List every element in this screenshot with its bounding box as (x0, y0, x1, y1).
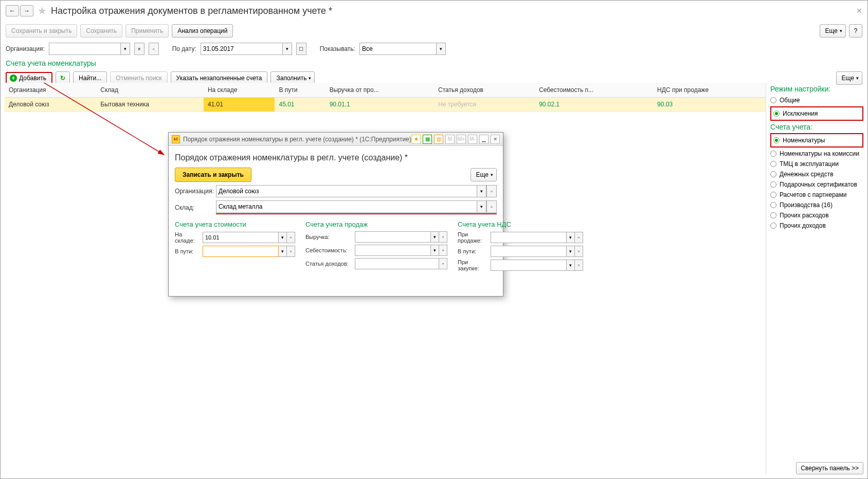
statya-label: Статья доходов: (305, 261, 353, 267)
dialog-close-icon[interactable]: ✕ (491, 135, 500, 144)
open-ref-icon[interactable]: ▫ (575, 232, 583, 243)
open-ref-icon[interactable]: ▫ (287, 246, 295, 257)
open-ref-icon[interactable]: ▫ (439, 231, 447, 243)
cost-label: Себестоимость: (305, 247, 353, 253)
col-revenue[interactable]: Выручка от про... (326, 83, 434, 97)
calc-icon[interactable]: ▥ (434, 135, 443, 144)
nds-inway-label: В пути: (458, 248, 489, 254)
acc-tmc-radio[interactable]: ТМЦ в эксплуатации (770, 159, 863, 169)
plus-icon: + (10, 75, 17, 82)
chevron-down-icon[interactable]: ▾ (477, 185, 486, 197)
dlg-sklad-input[interactable]: ▾ (216, 200, 486, 213)
chevron-down-icon[interactable]: ▾ (567, 260, 575, 271)
col-nds[interactable]: НДС при продаже (653, 83, 766, 97)
col-org[interactable]: Организация (5, 83, 96, 97)
minimize-icon[interactable]: ▁ (479, 135, 489, 144)
open-ref-icon[interactable]: ▫ (575, 246, 583, 257)
acc-nomen-radio[interactable]: Номенклатуры (773, 135, 860, 145)
chevron-down-icon[interactable]: ▾ (437, 43, 446, 55)
nds-sale-input[interactable]: ▾▫ (491, 232, 583, 243)
open-ref-icon[interactable]: ▫ (439, 245, 447, 256)
dialog-titlebar[interactable]: 1C Порядок отражения номенклатуры в регл… (169, 133, 503, 146)
col-sklad[interactable]: Склад (96, 83, 204, 97)
col-statya[interactable]: Статья доходов (434, 83, 535, 97)
section-nds: Счета учета НДС При продаже:▾▫ В пути:▾▫… (458, 220, 583, 273)
open-ref-icon[interactable]: ▫ (575, 260, 583, 271)
app-window: ← → ★ Настройка отражения документов в р… (0, 0, 868, 479)
cost-input[interactable]: ▾▫ (355, 245, 447, 256)
statya-input[interactable]: ▫ (355, 258, 447, 269)
calendar-icon[interactable]: ☐ (296, 43, 306, 55)
open-ref-icon[interactable]: ▫ (486, 185, 497, 197)
table-row[interactable]: Деловой союз Бытовая техника 41.01 45.01… (5, 97, 766, 112)
acc-nomen-kom-radio[interactable]: Номенклатуры на комиссии (770, 149, 863, 159)
collapse-panel-button[interactable]: Свернуть панель >> (796, 462, 863, 474)
show-input[interactable]: ▾ (359, 43, 446, 55)
mode-exceptions-radio[interactable]: Исключения (773, 108, 860, 119)
col-onstock[interactable]: На складе (204, 83, 275, 97)
titlebar: ← → ★ Настройка отражения документов в р… (1, 1, 867, 21)
dialog-heading: Порядок отражения номенклатуры в регл. у… (175, 153, 497, 162)
acc-cash-radio[interactable]: Денежных средств (770, 169, 863, 179)
nds-buy-label: При закупке: (458, 259, 489, 271)
rev-label: Выручка: (305, 234, 353, 240)
m-button[interactable]: M (445, 135, 455, 144)
nds-inway-input[interactable]: ▾▫ (491, 246, 583, 257)
org-clear-button[interactable]: × (134, 43, 144, 55)
dialog-more-button[interactable]: Еще (471, 168, 497, 181)
nav-back-button[interactable]: ← (6, 5, 19, 16)
acc-inc-radio[interactable]: Прочих доходов (770, 220, 863, 231)
show-label: Показывать: (320, 45, 355, 52)
chevron-down-icon[interactable]: ▾ (279, 246, 287, 257)
save-button[interactable]: Сохранить (80, 24, 122, 38)
nds-buy-input[interactable]: ▾▫ (491, 260, 583, 271)
nav-forward-button[interactable]: → (20, 5, 33, 16)
rev-input[interactable]: ▾▫ (355, 231, 447, 243)
left-pane: Организация Склад На складе В пути Выруч… (5, 83, 766, 474)
chevron-down-icon[interactable]: ▾ (431, 245, 439, 256)
dlg-org-label: Организация: (175, 188, 216, 195)
chevron-down-icon[interactable]: ▾ (431, 231, 439, 243)
chevron-down-icon[interactable]: ▾ (567, 232, 575, 243)
inway-input[interactable]: ▾▫ (203, 246, 295, 257)
star-icon[interactable]: ★ (411, 135, 421, 144)
m-minus-button[interactable]: M- (468, 135, 477, 144)
inway-label: В пути: (175, 248, 201, 254)
favorite-star-icon[interactable]: ★ (38, 5, 47, 17)
acc-gift-radio[interactable]: Подарочных сертификатов (770, 179, 863, 190)
org-open-button[interactable]: ▫ (149, 43, 159, 55)
chevron-down-icon[interactable]: ▾ (567, 246, 575, 257)
write-close-button[interactable]: Записать и закрыть (175, 168, 251, 182)
col-cost[interactable]: Себестоимость п... (535, 83, 653, 97)
open-ref-icon[interactable]: ▫ (486, 200, 497, 213)
app-icon: 1C (172, 135, 180, 143)
grid-icon[interactable]: ▦ (423, 135, 432, 144)
acc-prod-radio[interactable]: Производства (16) (770, 200, 863, 210)
close-icon[interactable]: ✕ (856, 7, 862, 15)
radio-icon (770, 171, 776, 177)
onstock-input[interactable]: ▾▫ (203, 232, 295, 243)
analysis-button[interactable]: Анализ операций (172, 24, 233, 38)
apply-button[interactable]: Применить (125, 24, 169, 38)
radio-icon (770, 192, 776, 198)
acc-exp-radio[interactable]: Прочих расходов (770, 210, 863, 220)
mode-common-radio[interactable]: Общие (770, 95, 863, 105)
more-button[interactable]: Еще (820, 24, 846, 38)
date-input[interactable]: ▾ (201, 43, 292, 55)
chevron-down-icon[interactable]: ▾ (477, 200, 486, 213)
chevron-down-icon[interactable]: ▾ (279, 232, 287, 243)
org-input[interactable]: ▾ (49, 43, 130, 55)
chevron-down-icon[interactable]: ▾ (121, 43, 130, 55)
org-label: Организация: (6, 45, 45, 52)
col-inway[interactable]: В пути (275, 83, 325, 97)
help-button[interactable]: ? (849, 24, 862, 38)
accounts-head: Счета учета: (770, 123, 863, 131)
save-close-button[interactable]: Сохранить и закрыть (6, 24, 77, 38)
radio-icon (770, 212, 776, 218)
chevron-down-icon[interactable]: ▾ (283, 43, 292, 55)
m-plus-button[interactable]: M+ (457, 135, 466, 144)
dlg-org-input[interactable]: ▾ (216, 185, 486, 197)
acc-partners-radio[interactable]: Расчетов с партнерами (770, 190, 863, 200)
open-ref-icon[interactable]: ▫ (287, 232, 295, 243)
open-ref-icon[interactable]: ▫ (439, 258, 447, 269)
